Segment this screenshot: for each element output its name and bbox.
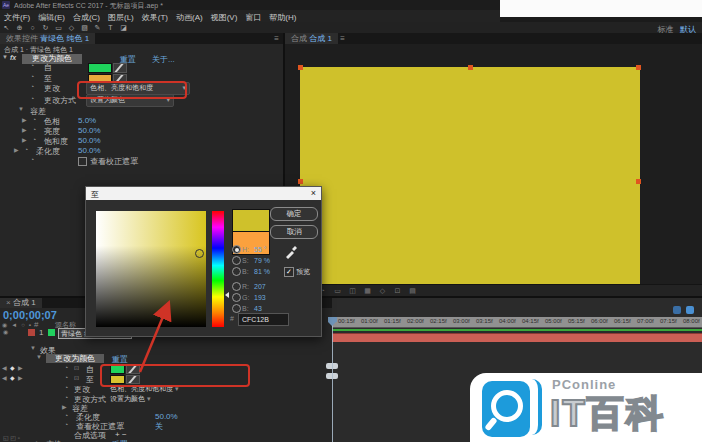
playhead-line[interactable] (332, 317, 333, 442)
tab-effect-controls[interactable]: 效果控件 青绿色 纯色 1 (0, 33, 95, 44)
hue-marker[interactable] (225, 292, 229, 298)
component-radio[interactable] (232, 256, 241, 265)
component-radio[interactable] (232, 245, 241, 254)
component-value[interactable]: 43 (254, 305, 262, 312)
expression-icon[interactable]: ⊡ (74, 374, 79, 381)
layer-switch-icon[interactable]: ▪ (27, 322, 33, 328)
hex-input[interactable]: CFC12B (238, 313, 289, 326)
component-radio[interactable] (232, 304, 241, 313)
brush-tool-icon[interactable]: ◪ (117, 22, 130, 32)
tab-composition[interactable]: 合成 合成 1 (285, 33, 338, 44)
camera-tool-icon[interactable]: ▭ (52, 22, 65, 32)
selection-handle[interactable] (636, 65, 641, 70)
component-radio[interactable] (232, 282, 241, 291)
twirl-icon[interactable]: ▼ (18, 106, 24, 112)
panel-menu-icon[interactable]: ≡ (274, 34, 279, 43)
eyedropper-icon[interactable] (284, 245, 298, 259)
time-ruler[interactable]: 00:15f01:00f01:15f02:00f02:15f03:00f03:1… (332, 317, 702, 328)
zoom-tool-icon[interactable]: ○ (26, 22, 39, 31)
selection-handle[interactable] (636, 179, 641, 184)
timeline-corner-icon[interactable] (686, 306, 694, 314)
keyframe-diamond-icon[interactable]: ◆ (10, 374, 15, 381)
stopwatch-icon[interactable]: ◔ (30, 83, 34, 90)
composition-viewer[interactable] (285, 44, 702, 284)
stopwatch-icon[interactable]: ◔ (64, 374, 68, 381)
twirl-icon[interactable]: ▶ (14, 146, 19, 153)
effect-twirl-icon[interactable]: ▼ (2, 54, 8, 60)
stopwatch-icon[interactable]: ◔ (64, 421, 68, 428)
twirl-icon[interactable]: ▼ (30, 345, 36, 351)
selection-handle[interactable] (468, 65, 473, 70)
layer-switch-icon[interactable]: ◄ (9, 322, 19, 328)
color-field[interactable] (96, 211, 206, 327)
component-value[interactable]: 193 (254, 294, 266, 301)
type-tool-icon[interactable]: T (104, 22, 117, 31)
eyedropper-icon[interactable] (113, 63, 127, 73)
panel-menu-icon[interactable]: ≡ (340, 34, 345, 43)
ok-button[interactable]: 确定 (270, 207, 318, 221)
layer-label-swatch[interactable] (28, 329, 35, 336)
component-radio[interactable] (232, 293, 241, 302)
tab-timeline[interactable]: × 合成 1 (0, 298, 42, 308)
stopwatch-icon[interactable]: ◔ (30, 62, 34, 69)
viewer-toolbar-icon[interactable]: ▤ (405, 285, 420, 295)
twirl-icon[interactable]: ▶ (22, 136, 27, 143)
color-swatch[interactable] (88, 63, 112, 73)
viewer-toolbar-icon[interactable]: ◇ (375, 285, 390, 295)
twirl-icon[interactable]: ▼ (36, 354, 42, 360)
keyframe-nav-prev-icon[interactable]: ◀ (2, 374, 7, 381)
color-field-cursor[interactable] (195, 249, 204, 258)
expression-icon[interactable]: ⊡ (74, 364, 79, 371)
twirl-icon[interactable]: ▶ (62, 403, 67, 410)
component-value[interactable]: 55 ° (254, 246, 267, 253)
property-value[interactable]: 5.0% (78, 116, 96, 125)
stopwatch-icon[interactable]: ◔ (32, 126, 36, 133)
property-value[interactable]: 50.0% (78, 126, 101, 135)
stopwatch-icon[interactable]: ◔ (30, 95, 34, 102)
stopwatch-icon[interactable]: ◔ (30, 73, 34, 80)
stopwatch-icon[interactable]: ◔ (32, 136, 36, 143)
selection-handle[interactable] (298, 65, 303, 70)
timeline-corner-icon[interactable] (673, 306, 681, 314)
keyframe-nav-next-icon[interactable]: ▶ (18, 364, 23, 371)
viewer-toolbar-icon[interactable]: ◫ (345, 285, 360, 295)
component-value[interactable]: 81 % (254, 268, 270, 275)
composite-options-buttons[interactable]: + − (115, 430, 127, 439)
property-value[interactable]: 50.0% (155, 412, 178, 421)
rotate-tool-icon[interactable]: ↻ (39, 22, 52, 32)
checkbox-check-icon[interactable]: ✓ (284, 267, 294, 277)
hue-strip[interactable] (212, 211, 224, 327)
timeline-bottom-toggles[interactable]: ◱ ◰ ▫ (3, 434, 20, 441)
cancel-button[interactable]: 取消 (270, 225, 318, 239)
keyframe-nav-prev-icon[interactable]: ◀ (2, 364, 7, 371)
keyframe-diamond-icon[interactable]: ◆ (10, 364, 15, 371)
twirl-icon[interactable]: ▶ (22, 126, 27, 133)
component-value[interactable]: 207 (254, 283, 266, 290)
stopwatch-icon[interactable]: ◔ (32, 116, 36, 123)
stopwatch-icon[interactable]: ◔ (64, 394, 68, 401)
layer-duration-bar[interactable] (332, 333, 702, 342)
property-value[interactable]: 50.0% (78, 136, 101, 145)
hand-tool-icon[interactable]: ⊕ (13, 22, 26, 32)
eye-icon[interactable]: ◉ (3, 328, 8, 335)
layer-switch-icon[interactable]: ○ (19, 322, 27, 328)
keyframe-nav-next-icon[interactable]: ▶ (18, 374, 23, 381)
preview-checkbox[interactable]: ✓ 预览 (284, 267, 310, 277)
component-radio[interactable] (232, 267, 241, 276)
close-icon[interactable]: × (311, 188, 316, 198)
stopwatch-icon[interactable]: ◔ (30, 156, 34, 163)
stopwatch-icon[interactable]: ◔ (64, 412, 68, 419)
property-value[interactable]: 50.0% (78, 146, 101, 155)
view-matte-checkbox[interactable] (78, 157, 87, 166)
viewer-toolbar-icon[interactable]: ▦ (360, 285, 375, 295)
stopwatch-icon[interactable]: ◔ (64, 384, 68, 391)
stopwatch-icon[interactable]: ◔ (24, 146, 28, 153)
pen-tool-icon[interactable]: ✎ (91, 22, 104, 32)
stopwatch-icon[interactable]: ◔ (64, 364, 68, 371)
viewer-toolbar-icon[interactable]: ▭ (330, 285, 345, 295)
effect-name[interactable]: 更改为颜色 (46, 354, 104, 363)
component-value[interactable]: 79 % (254, 257, 270, 264)
solid-layer-preview[interactable] (300, 67, 640, 294)
shape-tool-icon[interactable]: ▨ (78, 22, 91, 32)
selection-tool-icon[interactable]: ↖ (0, 22, 13, 32)
